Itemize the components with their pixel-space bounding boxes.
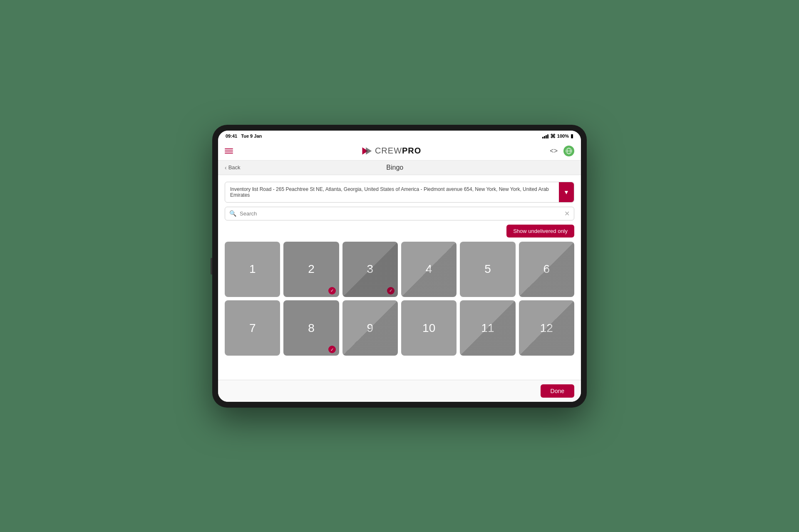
bingo-cell-7[interactable]: 7 (225, 300, 280, 356)
bingo-cell-number: 10 (422, 322, 435, 335)
content-area: Inventory list Road - 265 Peachtree St N… (218, 175, 581, 380)
battery-text: 100% (557, 134, 569, 139)
bingo-cell-number: 5 (484, 262, 491, 276)
bingo-cell-number: 11 (481, 322, 494, 335)
bingo-cell-number: 7 (249, 322, 256, 335)
show-undelivered-button[interactable]: Show undelivered only (506, 225, 574, 238)
bingo-cell-number: 4 (426, 262, 432, 276)
bingo-cell-8[interactable]: 8✓ (283, 300, 339, 356)
page-title: Bingo (241, 164, 549, 171)
delivered-check-icon: ✓ (328, 346, 336, 353)
search-bar: 🔍 ✕ (225, 207, 574, 220)
bingo-cell-3[interactable]: 3✓ (342, 242, 398, 297)
delivered-check-icon: ✓ (328, 287, 336, 294)
bingo-cell-number: 8 (308, 322, 315, 335)
done-button[interactable]: Done (541, 384, 574, 398)
svg-marker-1 (366, 147, 372, 155)
bingo-cell-number: 2 (308, 262, 315, 276)
logo-text: CREWPRO (375, 146, 421, 156)
bingo-cell-12[interactable]: 12 (519, 300, 574, 356)
dropdown-arrow-icon: ▼ (559, 182, 574, 202)
back-label: Back (228, 164, 241, 171)
signal-icon (542, 134, 548, 139)
globe-button[interactable] (563, 146, 574, 156)
side-button (211, 258, 212, 275)
battery-icon: ▮ (571, 133, 573, 139)
logo: CREWPRO (361, 145, 421, 157)
status-date: Tue 9 Jan (241, 134, 262, 139)
nav-bar: ‹ Back Bingo (218, 161, 581, 175)
back-button[interactable]: ‹ Back (225, 164, 241, 171)
globe-icon (566, 148, 572, 154)
clear-search-button[interactable]: ✕ (564, 210, 570, 218)
bingo-cell-number: 12 (540, 322, 553, 335)
search-input[interactable] (240, 210, 561, 217)
tablet-screen: 09:41 Tue 9 Jan ⌘ 100% ▮ (218, 131, 581, 402)
filter-row: Show undelivered only (225, 225, 574, 238)
back-chevron-icon: ‹ (225, 164, 227, 171)
bingo-cell-10[interactable]: 10 (401, 300, 457, 356)
bingo-cell-11[interactable]: 11 (460, 300, 515, 356)
bingo-cell-5[interactable]: 5 (460, 242, 515, 297)
bingo-grid: 12✓3✓45678✓9101112 (225, 242, 574, 356)
code-toggle-button[interactable]: <> (549, 146, 558, 156)
bingo-cell-number: 3 (367, 262, 374, 276)
bingo-cell-number: 6 (543, 262, 550, 276)
status-bar: 09:41 Tue 9 Jan ⌘ 100% ▮ (218, 131, 581, 142)
inventory-text: Inventory list Road - 265 Peachtree St N… (230, 186, 549, 198)
bingo-cell-6[interactable]: 6 (519, 242, 574, 297)
delivered-check-icon: ✓ (387, 287, 395, 294)
wifi-icon: ⌘ (550, 133, 556, 139)
footer: Done (218, 380, 581, 402)
menu-icon[interactable] (225, 148, 233, 153)
bingo-cell-number: 1 (249, 262, 256, 276)
status-time: 09:41 (226, 134, 237, 139)
tablet-device: 09:41 Tue 9 Jan ⌘ 100% ▮ (212, 125, 587, 408)
header-actions: <> (549, 146, 574, 156)
search-icon: 🔍 (229, 210, 236, 217)
bingo-cell-9[interactable]: 9 (342, 300, 398, 356)
logo-arrow-icon (361, 145, 372, 157)
header-bar: CREWPRO <> (218, 142, 581, 161)
bingo-cell-1[interactable]: 1 (225, 242, 280, 297)
status-time-date: 09:41 Tue 9 Jan (226, 134, 262, 139)
status-icons: ⌘ 100% ▮ (542, 133, 573, 139)
bingo-cell-2[interactable]: 2✓ (283, 242, 339, 297)
inventory-dropdown[interactable]: Inventory list Road - 265 Peachtree St N… (225, 182, 574, 203)
bingo-cell-number: 9 (367, 322, 374, 335)
bingo-cell-4[interactable]: 4 (401, 242, 457, 297)
